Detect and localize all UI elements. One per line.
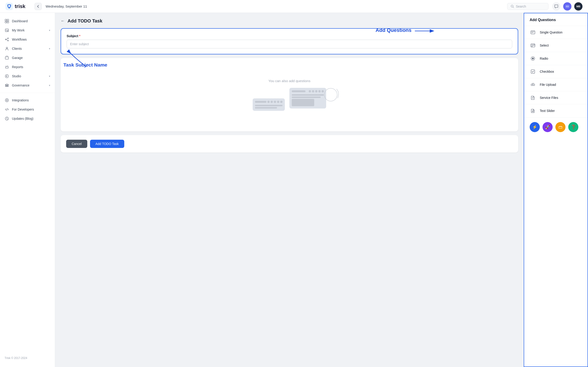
question-type-single[interactable]: Single Question [524, 26, 588, 39]
sidebar-item-studio[interactable]: Studio ▾ [0, 72, 55, 81]
sidebar-item-garage[interactable]: Garage [0, 53, 55, 62]
form-area: ← Add TODO Task Add Questions Subject * [55, 13, 524, 367]
question-type-service-files[interactable]: Service Files [524, 91, 588, 104]
chevron-down-icon: ▾ [49, 29, 50, 32]
ai-avatar[interactable] [563, 2, 571, 10]
svg-rect-21 [7, 85, 7, 86]
sidebar-footer: Trisk © 2017-2024 [0, 353, 55, 363]
question-type-label: Checkbox [540, 70, 554, 73]
sidebar-item-updates[interactable]: Updates (Blog) [0, 114, 55, 123]
svg-point-30 [532, 58, 534, 59]
date-label: Wednesday, September 11 [45, 4, 87, 8]
form-footer: Cancel Add TODO Task [61, 135, 518, 152]
sidebar-item-label: Integrations [12, 98, 50, 102]
svg-point-7 [568, 6, 568, 7]
question-type-label: Text Slider [540, 109, 555, 113]
text-slider-icon [530, 108, 536, 114]
sidebar-item-reports[interactable]: Reports [0, 62, 55, 72]
checkbox-icon [530, 68, 536, 75]
illustration [253, 90, 326, 111]
right-panel: Add Questions Single Question Select [524, 13, 588, 367]
sidebar-item-dashboard[interactable]: Dashboard [0, 17, 55, 26]
clients-icon [5, 46, 9, 51]
questions-placeholder-card: You can also add questions [61, 58, 518, 131]
garage-icon [5, 56, 9, 60]
sidebar-item-workflows[interactable]: Workflows [0, 35, 55, 44]
topbar-icons: MB [552, 2, 582, 10]
mywork-icon [5, 28, 9, 33]
svg-rect-22 [8, 85, 9, 86]
select-icon [530, 42, 536, 49]
chat-button[interactable] [552, 2, 561, 10]
governance-icon [5, 83, 9, 88]
fab-archive-button[interactable]: 🗃 [555, 122, 565, 132]
svg-point-2 [511, 5, 513, 7]
illus-card-1 [253, 98, 285, 111]
search-box[interactable]: Search [507, 3, 548, 10]
svg-point-25 [324, 88, 337, 101]
svg-point-6 [566, 6, 567, 7]
back-button[interactable]: ← [61, 19, 65, 23]
fab-row: ⚡ 🚀 🗃 ❓ [524, 117, 588, 137]
svg-rect-11 [7, 21, 9, 23]
subject-field-label: Subject * [67, 34, 512, 38]
developers-icon [5, 107, 9, 112]
question-type-label: Select [540, 44, 549, 47]
svg-rect-31 [531, 70, 535, 73]
question-type-checkbox[interactable]: Checkbox [524, 65, 588, 78]
sidebar-item-label: Governance [12, 83, 46, 87]
search-placeholder: Search [516, 5, 526, 8]
svg-point-15 [8, 38, 9, 39]
sidebar-item-governance[interactable]: Governance ▾ [0, 81, 55, 90]
chevron-down-icon: ▾ [49, 75, 50, 78]
back-arrow-icon: ← [61, 19, 65, 23]
subject-input[interactable] [67, 40, 512, 48]
question-type-label: Service Files [540, 96, 558, 100]
fab-rocket-button[interactable]: 🚀 [543, 122, 553, 132]
submit-button[interactable]: Add TODO Task [90, 140, 124, 148]
sidebar-item-integrations[interactable]: Integrations [0, 96, 55, 105]
service-files-icon [530, 94, 536, 101]
svg-rect-8 [5, 19, 7, 21]
question-type-file-upload[interactable]: File Upload [524, 78, 588, 91]
placeholder-text: You can also add questions [268, 79, 311, 83]
cancel-button[interactable]: Cancel [66, 140, 87, 148]
question-type-label: Radio [540, 57, 548, 60]
integrations-icon [5, 98, 9, 102]
nav-back-button[interactable] [35, 3, 42, 10]
logo-icon [6, 3, 13, 10]
svg-rect-10 [5, 21, 7, 23]
sidebar-item-label: My Work [12, 28, 46, 32]
sidebar-item-clients[interactable]: Clients ▾ [0, 44, 55, 53]
sidebar-item-mywork[interactable]: My Work ▾ [0, 26, 55, 35]
question-type-select[interactable]: Select [524, 39, 588, 52]
question-type-radio[interactable]: Radio [524, 52, 588, 65]
sidebar-item-label: Dashboard [12, 19, 50, 23]
workflows-icon [5, 37, 9, 42]
question-type-text-slider[interactable]: Text Slider [524, 104, 588, 117]
svg-point-16 [8, 40, 9, 41]
search-icon [510, 5, 514, 8]
right-panel-title: Add Questions [524, 13, 588, 26]
single-question-icon [530, 29, 536, 35]
subject-form-card: Subject * Task Subject Name [61, 28, 518, 54]
sidebar: Dashboard My Work ▾ Workflows Clients ▾ [0, 13, 55, 367]
fab-lightning-button[interactable]: ⚡ [530, 122, 540, 132]
chevron-down-icon: ▾ [49, 84, 50, 87]
sidebar-item-label: Workflows [12, 38, 50, 41]
studio-icon [5, 74, 9, 78]
radio-icon [530, 55, 536, 62]
sidebar-item-developers[interactable]: For Developers [0, 105, 55, 114]
topbar: trisk Wednesday, September 11 Search MB [0, 0, 588, 13]
svg-rect-20 [6, 85, 6, 86]
sidebar-item-label: Studio [12, 74, 46, 78]
sidebar-item-label: Reports [12, 65, 50, 69]
user-avatar[interactable]: MB [574, 2, 582, 10]
file-upload-icon [530, 81, 536, 88]
updates-icon [5, 116, 9, 121]
page-title: Add TODO Task [68, 18, 103, 24]
page-header: ← Add TODO Task [61, 18, 518, 24]
sidebar-item-label: Updates (Blog) [12, 117, 50, 120]
fab-help-button[interactable]: ❓ [568, 122, 578, 132]
svg-rect-26 [531, 31, 535, 34]
